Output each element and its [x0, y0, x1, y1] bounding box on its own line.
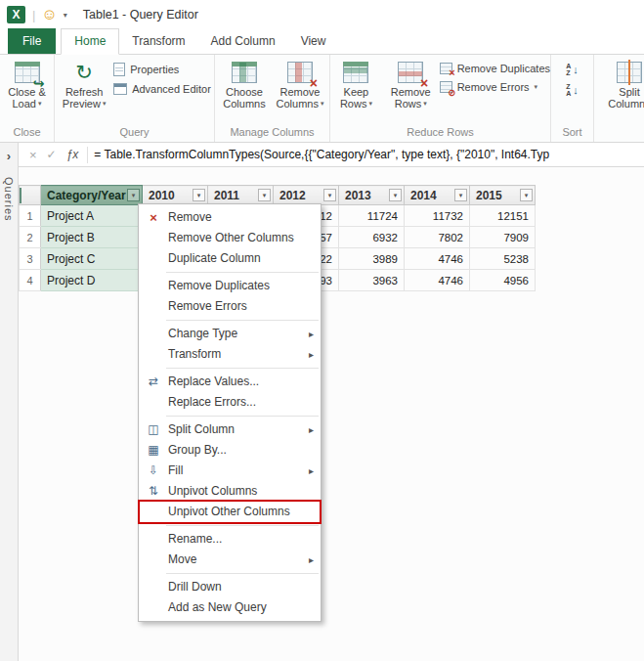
remove-errors-button[interactable]: Remove Errors ▾ — [440, 81, 537, 93]
tab-home[interactable]: Home — [61, 28, 119, 55]
filter-button[interactable]: ▾ — [258, 189, 271, 201]
menu-item-move[interactable]: Move ▸ — [139, 550, 321, 570]
value-cell[interactable]: 3989 — [339, 248, 405, 270]
menu-item-fill[interactable]: ⇩ Fill ▸ — [139, 461, 321, 481]
filter-button[interactable]: ▾ — [127, 189, 140, 201]
quick-access-dropdown-icon[interactable]: ▾ — [64, 11, 67, 20]
column-header-2015[interactable]: 2015 ▾ — [470, 186, 536, 205]
sort-descending-button[interactable]: Z A ↓ — [566, 83, 579, 97]
remove-column-icon: × — [145, 207, 162, 228]
data-preview-area: Category/Year ▾ 2010 ▾ 2011 ▾ 2012 — [19, 167, 644, 661]
value-cell[interactable]: 5238 — [470, 248, 536, 270]
header-row: Category/Year ▾ 2010 ▾ 2011 ▾ 2012 — [20, 186, 536, 205]
split-column-ribbon-icon — [617, 62, 642, 83]
value-cell[interactable]: 11724 — [339, 205, 405, 227]
menu-item-replace-values[interactable]: ⇄ Replace Values... — [139, 372, 321, 392]
value-cell[interactable]: 6932 — [339, 227, 405, 248]
value-cell[interactable]: 12151 — [470, 205, 536, 227]
remove-duplicates-button[interactable]: Remove Duplicates — [440, 63, 550, 74]
table-menu-button[interactable] — [20, 186, 41, 205]
smiley-icon[interactable]: ☺ — [41, 7, 57, 22]
category-cell[interactable]: Project D — [41, 270, 143, 291]
cancel-button[interactable]: × — [24, 148, 42, 162]
value-cell[interactable]: 7909 — [470, 227, 536, 248]
tab-file[interactable]: File — [8, 28, 56, 54]
close-and-load-button[interactable]: ↪ Close & Load▾ — [1, 57, 54, 110]
filter-button[interactable]: ▾ — [520, 189, 533, 201]
work-area: › Queries × ✓ ƒx = Table.TransformColumn… — [0, 143, 644, 661]
dropdown-caret-icon: ▾ — [103, 98, 107, 110]
category-cell[interactable]: Project C — [41, 248, 143, 270]
titlebar-separator: | — [32, 8, 35, 22]
menu-item-split-column[interactable]: ◫ Split Column ▸ — [139, 419, 321, 440]
menu-item-change-type[interactable]: Change Type ▸ — [139, 324, 321, 344]
context-menu: × Remove Remove Other Columns Duplicate … — [138, 203, 322, 622]
column-header-2012[interactable]: 2012 ▾ — [274, 186, 339, 205]
expand-queries-pane-button[interactable]: › — [7, 149, 11, 163]
split-column-button[interactable]: Split Column▾ — [603, 57, 644, 110]
advanced-editor-button[interactable]: Advanced Editor — [113, 83, 211, 95]
menu-item-duplicate-column[interactable]: Duplicate Column — [139, 248, 321, 269]
value-cell[interactable]: 4746 — [405, 270, 470, 291]
remove-columns-button[interactable]: × Remove Columns▾ — [274, 57, 326, 110]
menu-item-replace-errors[interactable]: Replace Errors... — [139, 392, 321, 413]
menu-item-remove-other-columns[interactable]: Remove Other Columns — [139, 228, 321, 248]
column-header-2013[interactable]: 2013 ▾ — [339, 186, 405, 205]
formula-input[interactable]: = Table.TransformColumnTypes(Source,{{"C… — [94, 148, 644, 161]
menu-item-drill-down[interactable]: Drill Down — [139, 577, 321, 597]
commit-button[interactable]: ✓ — [42, 148, 62, 161]
menu-item-rename[interactable]: Rename... — [139, 529, 321, 550]
menu-item-group-by[interactable]: ▦ Group By... — [139, 440, 321, 461]
menu-item-unpivot-columns[interactable]: ⇅ Unpivot Columns — [139, 481, 321, 502]
menu-item-remove-errors[interactable]: Remove Errors — [139, 296, 321, 317]
dropdown-caret-icon: ▾ — [38, 98, 42, 110]
filter-button[interactable]: ▾ — [389, 189, 402, 201]
value-cell[interactable]: 7802 — [405, 227, 470, 248]
menu-item-unpivot-other-columns[interactable]: Unpivot Other Columns — [139, 502, 321, 522]
menu-item-remove[interactable]: × Remove — [139, 207, 321, 228]
remove-rows-button[interactable]: × Remove Rows▾ — [385, 57, 437, 110]
tab-view[interactable]: View — [288, 29, 339, 54]
sort-ascending-button[interactable]: A Z ↓ — [566, 63, 579, 76]
column-header-2010[interactable]: 2010 ▾ — [143, 186, 208, 205]
menu-item-transform[interactable]: Transform ▸ — [139, 344, 321, 365]
tab-add-column[interactable]: Add Column — [198, 29, 288, 54]
filter-button[interactable]: ▾ — [193, 189, 205, 201]
ribbon-group-reduce-rows: Keep Rows▾ × Remove Rows▾ Remove Dupli — [330, 55, 551, 142]
dropdown-caret-icon: ▾ — [423, 98, 427, 110]
column-header-2014[interactable]: 2014 ▾ — [405, 186, 470, 205]
chevron-down-icon: ▾ — [328, 192, 332, 198]
advanced-editor-icon — [113, 83, 127, 95]
sort-descending-icon: Z A — [566, 83, 571, 97]
filter-button[interactable]: ▾ — [454, 189, 467, 201]
submenu-arrow-icon: ▸ — [309, 324, 314, 344]
fill-icon: ⇩ — [145, 461, 162, 481]
choose-columns-button[interactable]: Choose Columns — [218, 57, 271, 110]
value-cell[interactable]: 3963 — [339, 270, 405, 291]
remove-duplicates-icon — [440, 63, 452, 74]
properties-button[interactable]: Properties — [113, 63, 179, 76]
tab-transform[interactable]: Transform — [119, 29, 197, 54]
split-column-icon: ◫ — [145, 419, 162, 440]
column-header-2011[interactable]: 2011 ▾ — [208, 186, 274, 205]
query-editor-window: X | ☺ ▾ Table1 - Query Editor File Home … — [0, 0, 644, 661]
filter-button[interactable]: ▾ — [323, 189, 336, 201]
close-load-icon: ↪ — [15, 62, 40, 83]
value-cell[interactable]: 4956 — [470, 270, 536, 291]
ribbon-group-close: ↪ Close & Load▾ Close — [0, 55, 55, 142]
keep-rows-button[interactable]: Keep Rows▾ — [330, 57, 382, 110]
category-cell[interactable]: Project A — [41, 205, 143, 227]
value-cell[interactable]: 4746 — [405, 248, 470, 270]
formula-bar: × ✓ ƒx = Table.TransformColumnTypes(Sour… — [19, 143, 644, 167]
remove-columns-icon: × — [287, 62, 313, 83]
menu-item-add-as-new-query[interactable]: Add as New Query — [139, 597, 321, 618]
menu-separator — [166, 573, 319, 574]
menu-item-remove-duplicates[interactable]: Remove Duplicates — [139, 276, 321, 296]
formula-bar-divider — [87, 147, 88, 163]
column-header-category-year[interactable]: Category/Year ▾ — [41, 186, 143, 205]
category-cell[interactable]: Project B — [41, 227, 143, 248]
row-number-cell: 4 — [20, 270, 41, 291]
group-label-close: Close — [0, 125, 54, 142]
refresh-preview-button[interactable]: ↻ Refresh Preview▾ — [58, 57, 110, 110]
value-cell[interactable]: 11732 — [405, 205, 470, 227]
